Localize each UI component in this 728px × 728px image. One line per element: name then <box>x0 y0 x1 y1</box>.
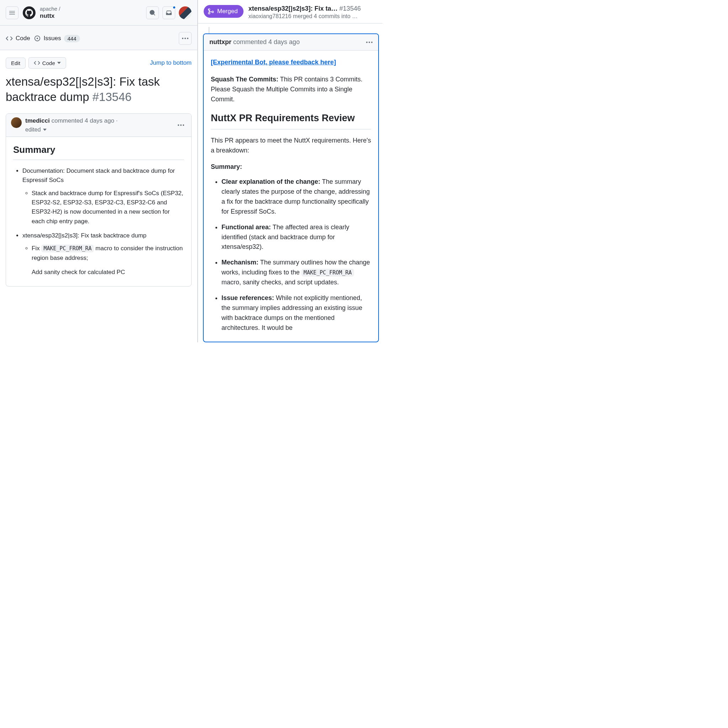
git-merge-icon <box>208 8 214 15</box>
code-icon <box>34 60 40 66</box>
nav-code[interactable]: Code <box>6 35 30 42</box>
notification-dot <box>173 6 176 9</box>
bot-feedback-link[interactable]: [Experimental Bot, please feedback here] <box>211 58 336 67</box>
left-pane: apache / nuttx Code <box>0 0 198 342</box>
comment-time[interactable]: 4 days ago <box>268 38 300 46</box>
comment-author[interactable]: nuttxpr <box>210 38 231 46</box>
comment-verb: commented <box>52 117 83 124</box>
menu-button[interactable] <box>6 6 18 19</box>
merged-label: Merged <box>217 8 238 15</box>
nav-issues-label: Issues <box>44 35 61 42</box>
breadcrumb[interactable]: apache / nuttx <box>40 6 142 20</box>
comment-author[interactable]: tmedicci <box>25 117 50 124</box>
chevron-down-icon <box>43 128 47 131</box>
list-item: Documentation: Document stack and backtr… <box>22 166 184 226</box>
list-item: Fix MAKE_PC_FROM_RA macro to consider th… <box>32 244 184 263</box>
right-pane: Merged xtensa/esp32[|s2|s3]: Fix ta… #13… <box>198 0 382 342</box>
code-label: Code <box>42 60 55 66</box>
inline-code: MAKE_PC_FROM_RA <box>301 269 354 277</box>
nav-overflow-button[interactable] <box>179 32 191 45</box>
search-icon <box>149 9 156 16</box>
summary-heading: Summary <box>13 142 184 160</box>
comment-body: [Experimental Bot, please feedback here]… <box>204 50 378 342</box>
inline-code: MAKE_PC_FROM_RA <box>41 245 93 252</box>
hamburger-icon <box>9 9 15 16</box>
inbox-icon <box>166 9 172 16</box>
issues-count: 444 <box>64 35 80 42</box>
breadcrumb-owner[interactable]: apache / <box>40 6 142 12</box>
comment-actions-button[interactable] <box>176 122 186 128</box>
pr-title: xtensa/esp32[|s2|s3]: Fix task backtrace… <box>0 71 197 113</box>
user-avatar[interactable] <box>179 6 191 19</box>
issue-icon <box>34 35 41 42</box>
merged-by-user[interactable]: xiaoxiang781216 <box>248 13 292 19</box>
pr-title-text: xtensa/esp32[|s2|s3]: Fix task backtrace… <box>6 75 160 104</box>
search-button[interactable] <box>146 6 159 19</box>
code-icon <box>6 35 13 42</box>
list-item: Stack and backtrace dump for Espressif's… <box>32 189 184 226</box>
repo-header: apache / nuttx <box>0 0 197 26</box>
github-icon <box>25 9 33 17</box>
pr-number: #13546 <box>340 5 361 12</box>
pr-number: #13546 <box>92 90 132 104</box>
pr-title-truncated: xtensa/esp32[|s2|s3]: Fix ta… <box>248 5 338 12</box>
merged-badge: Merged <box>204 5 243 18</box>
pr-description-comment: tmedicci commented 4 days ago · edited S… <box>6 113 191 286</box>
comment-body: Summary Documentation: Document stack an… <box>6 137 191 286</box>
bot-comment: nuttxpr commented 4 days ago [Experiment… <box>203 34 379 342</box>
summary-label: Summary: <box>211 162 371 172</box>
jump-to-bottom-link[interactable]: Jump to bottom <box>150 60 191 66</box>
review-intro: This PR appears to meet the NuttX requir… <box>211 136 371 156</box>
github-logo[interactable] <box>23 6 35 19</box>
comment-dot: · <box>116 117 118 124</box>
repo-nav: Code Issues 444 <box>0 26 197 50</box>
chevron-down-icon <box>57 62 61 64</box>
nav-code-label: Code <box>16 35 30 42</box>
inbox-button[interactable] <box>162 6 175 19</box>
comment-verb: commented <box>233 38 267 46</box>
edit-button[interactable]: Edit <box>6 58 26 69</box>
author-avatar[interactable] <box>11 117 22 128</box>
squash-label: Squash The Commits: <box>211 76 278 83</box>
comment-time[interactable]: 4 days ago <box>85 117 114 124</box>
kebab-icon <box>182 38 188 39</box>
list-item: xtensa/esp32[|s2|s3]: Fix task backtrace… <box>22 231 184 275</box>
edited-label[interactable]: edited <box>25 127 41 133</box>
merged-rest: merged 4 commits into … <box>292 13 358 19</box>
list-item: Clear explanation of the change: The sum… <box>222 177 371 217</box>
pr-sticky-header: Merged xtensa/esp32[|s2|s3]: Fix ta… #13… <box>198 0 382 23</box>
nav-issues[interactable]: Issues 444 <box>34 35 80 42</box>
edit-label: Edit <box>11 60 20 66</box>
timeline <box>198 23 382 34</box>
breadcrumb-repo[interactable]: nuttx <box>40 12 142 20</box>
list-item: Issue references: While not explicitly m… <box>222 293 371 333</box>
list-item: Functional area: The affected area is cl… <box>222 223 371 252</box>
review-heading: NuttX PR Requirements Review <box>211 111 371 130</box>
code-dropdown-button[interactable]: Code <box>28 57 66 69</box>
list-item: Mechanism: The summary outlines how the … <box>222 258 371 288</box>
comment-actions-button[interactable] <box>366 41 373 43</box>
list-item: Add sanity check for calculated PC <box>32 268 184 275</box>
pr-toolbar: Edit Code Jump to bottom <box>0 50 197 71</box>
